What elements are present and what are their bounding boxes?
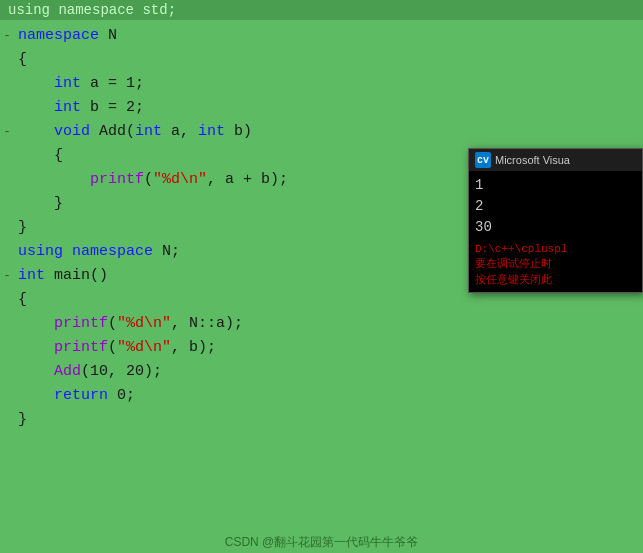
main-container: using namespace std; -namespace N{ int a… — [0, 0, 643, 553]
console-path: D:\c++\cpluspl要在调试停止时按任意键关闭此 — [475, 242, 636, 288]
line-text: return 0; — [14, 384, 643, 407]
code-line: return 0; — [0, 384, 643, 408]
console-icon-label: cv — [477, 155, 489, 166]
line-text: void Add(int a, int b) — [14, 120, 643, 143]
code-line: int a = 1; — [0, 72, 643, 96]
console-status-line: 按任意键关闭此 — [475, 273, 636, 288]
watermark-text: CSDN @翻斗花园第一代码牛牛爷爷 — [225, 535, 419, 549]
fold-icon[interactable]: - — [0, 123, 14, 142]
top-bar-text: using namespace std; — [8, 2, 176, 18]
top-bar: using namespace std; — [0, 0, 643, 20]
fold-icon[interactable]: - — [0, 27, 14, 46]
console-body: 1230 D:\c++\cpluspl要在调试停止时按任意键关闭此 — [469, 171, 642, 292]
console-output-line: 2 — [475, 196, 636, 217]
watermark: CSDN @翻斗花园第一代码牛牛爷爷 — [0, 532, 643, 553]
console-title: Microsoft Visua — [495, 154, 570, 166]
console-window: cv Microsoft Visua 1230 D:\c++\cpluspl要在… — [468, 148, 643, 293]
console-output-line: 1 — [475, 175, 636, 196]
code-line: - void Add(int a, int b) — [0, 120, 643, 144]
console-output: 1230 — [475, 175, 636, 238]
code-line: int b = 2; — [0, 96, 643, 120]
console-title-text: Microsoft Visua — [495, 154, 570, 166]
fold-icon[interactable]: - — [0, 267, 14, 286]
line-text: int b = 2; — [14, 96, 643, 119]
code-line: Add(10, 20); — [0, 360, 643, 384]
console-output-line: 30 — [475, 217, 636, 238]
line-text: namespace N — [14, 24, 643, 47]
console-path-text: D:\c++\cpluspl — [475, 242, 636, 257]
code-line: { — [0, 48, 643, 72]
console-status-line: 要在调试停止时 — [475, 257, 636, 272]
code-line: printf("%d\n", N::a); — [0, 312, 643, 336]
line-text: } — [14, 408, 643, 431]
code-line: printf("%d\n", b); — [0, 336, 643, 360]
line-text: printf("%d\n", b); — [14, 336, 643, 359]
line-text: { — [14, 48, 643, 71]
line-text: int a = 1; — [14, 72, 643, 95]
code-line: -namespace N — [0, 24, 643, 48]
line-text: printf("%d\n", N::a); — [14, 312, 643, 335]
console-titlebar: cv Microsoft Visua — [469, 149, 642, 171]
console-icon: cv — [475, 152, 491, 168]
line-text: Add(10, 20); — [14, 360, 643, 383]
code-line: } — [0, 408, 643, 432]
